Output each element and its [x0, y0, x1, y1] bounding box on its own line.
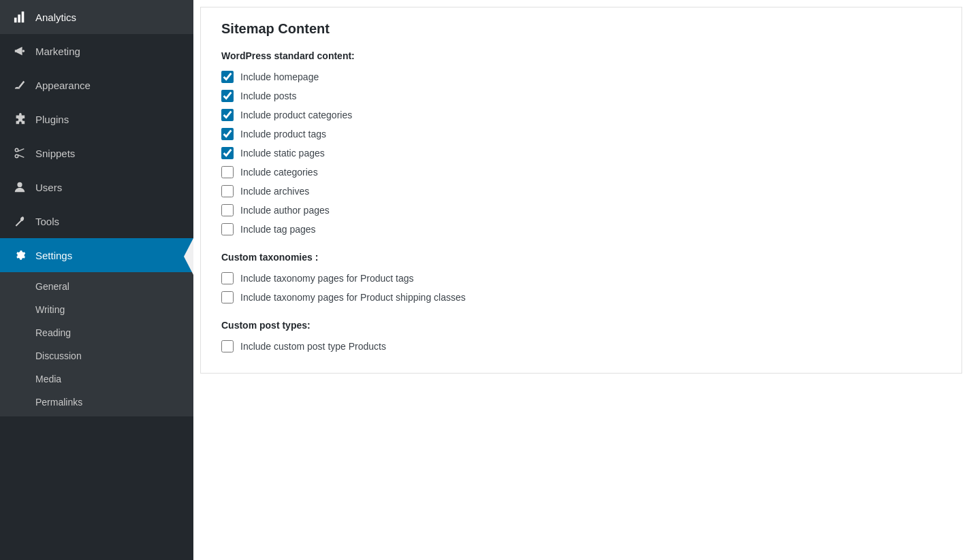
- custom-post-types-heading: Custom post types:: [221, 320, 941, 331]
- checkbox-categories[interactable]: [221, 166, 234, 178]
- sidebar-label-marketing: Marketing: [35, 46, 80, 57]
- person-icon: [12, 180, 27, 195]
- brush-icon: [12, 78, 27, 93]
- checkbox-row-product-tags: Include product tags: [221, 128, 941, 140]
- sidebar-label-snippets: Snippets: [35, 148, 75, 159]
- sidebar-item-analytics[interactable]: Analytics: [0, 0, 193, 34]
- bar-chart-icon: [12, 10, 27, 24]
- checkbox-row-homepage: Include homepage: [221, 71, 941, 83]
- checkbox-static-pages[interactable]: [221, 147, 234, 159]
- checkbox-custom-products[interactable]: [221, 340, 234, 352]
- main-content: Sitemap Content WordPress standard conte…: [193, 0, 969, 560]
- checkbox-taxonomy-shipping[interactable]: [221, 291, 234, 303]
- svg-rect-0: [14, 18, 17, 22]
- label-product-categories[interactable]: Include product categories: [240, 110, 352, 120]
- label-archives[interactable]: Include archives: [240, 186, 309, 197]
- checkbox-row-archives: Include archives: [221, 185, 941, 197]
- label-custom-products[interactable]: Include custom post type Products: [240, 341, 386, 352]
- sidebar-item-tools[interactable]: Tools: [0, 204, 193, 238]
- wordpress-standard-heading: WordPress standard content:: [221, 50, 941, 61]
- custom-taxonomies-heading: Custom taxonomies :: [221, 252, 941, 263]
- megaphone-icon: [12, 44, 27, 59]
- checkbox-product-tags[interactable]: [221, 128, 234, 140]
- sidebar-item-appearance[interactable]: Appearance: [0, 68, 193, 102]
- checkbox-row-product-categories: Include product categories: [221, 109, 941, 121]
- sidebar-label-settings: Settings: [35, 250, 72, 261]
- sidebar-item-snippets[interactable]: Snippets: [0, 136, 193, 170]
- label-tag-pages[interactable]: Include tag pages: [240, 224, 316, 235]
- svg-point-3: [22, 50, 25, 52]
- custom-taxonomies-section: Custom taxonomies : Include taxonomy pag…: [221, 252, 941, 303]
- checkbox-row-custom-products: Include custom post type Products: [221, 340, 941, 352]
- sidebar-label-tools: Tools: [35, 216, 59, 227]
- sidebar-label-users: Users: [35, 182, 62, 193]
- checkbox-product-categories[interactable]: [221, 109, 234, 121]
- label-author-pages[interactable]: Include author pages: [240, 205, 330, 216]
- label-categories[interactable]: Include categories: [240, 167, 318, 178]
- label-taxonomy-shipping[interactable]: Include taxonomy pages for Product shipp…: [240, 292, 466, 303]
- sidebar-item-users[interactable]: Users: [0, 170, 193, 204]
- sidebar-label-analytics: Analytics: [35, 12, 76, 23]
- checkbox-author-pages[interactable]: [221, 204, 234, 216]
- page-title: Sitemap Content: [221, 21, 941, 37]
- submenu-item-reading[interactable]: Reading: [0, 321, 193, 344]
- sidebar-label-appearance: Appearance: [35, 80, 91, 91]
- svg-rect-2: [22, 12, 25, 22]
- label-homepage[interactable]: Include homepage: [240, 71, 319, 82]
- svg-line-7: [18, 155, 24, 158]
- checkbox-row-taxonomy-shipping: Include taxonomy pages for Product shipp…: [221, 291, 941, 303]
- checkbox-row-posts: Include posts: [221, 90, 941, 102]
- svg-point-5: [15, 154, 18, 158]
- checkbox-row-tag-pages: Include tag pages: [221, 223, 941, 235]
- scissors-icon: [12, 146, 27, 161]
- label-posts[interactable]: Include posts: [240, 90, 297, 101]
- checkbox-taxonomy-product-tags[interactable]: [221, 272, 234, 284]
- checkbox-row-static-pages: Include static pages: [221, 147, 941, 159]
- svg-line-6: [18, 149, 24, 152]
- svg-point-8: [17, 182, 22, 187]
- sidebar-item-plugins[interactable]: Plugins: [0, 102, 193, 136]
- sidebar-item-marketing[interactable]: Marketing: [0, 34, 193, 68]
- checkbox-homepage[interactable]: [221, 71, 234, 83]
- puzzle-icon: [12, 112, 27, 127]
- submenu-item-media[interactable]: Media: [0, 367, 193, 391]
- label-product-tags[interactable]: Include product tags: [240, 129, 326, 139]
- svg-rect-1: [18, 14, 20, 22]
- checkbox-row-taxonomy-product-tags: Include taxonomy pages for Product tags: [221, 272, 941, 284]
- sitemap-content-section: Sitemap Content WordPress standard conte…: [200, 7, 962, 374]
- sidebar: Analytics Marketing Appearance Plugins: [0, 0, 193, 560]
- label-taxonomy-product-tags[interactable]: Include taxonomy pages for Product tags: [240, 273, 413, 284]
- submenu-item-general[interactable]: General: [0, 275, 193, 298]
- wordpress-standard-section: WordPress standard content: Include home…: [221, 50, 941, 235]
- submenu-item-writing[interactable]: Writing: [0, 298, 193, 321]
- wrench-icon: [12, 214, 27, 229]
- sidebar-label-plugins: Plugins: [35, 114, 69, 125]
- checkbox-posts[interactable]: [221, 90, 234, 102]
- settings-icon: [12, 248, 27, 263]
- custom-post-types-section: Custom post types: Include custom post t…: [221, 320, 941, 352]
- submenu-item-permalinks[interactable]: Permalinks: [0, 391, 193, 414]
- svg-point-4: [15, 148, 18, 152]
- checkbox-row-categories: Include categories: [221, 166, 941, 178]
- submenu-item-discussion[interactable]: Discussion: [0, 344, 193, 367]
- sidebar-item-settings[interactable]: Settings: [0, 238, 193, 272]
- checkbox-archives[interactable]: [221, 185, 234, 197]
- label-static-pages[interactable]: Include static pages: [240, 148, 325, 159]
- checkbox-tag-pages[interactable]: [221, 223, 234, 235]
- checkbox-row-author-pages: Include author pages: [221, 204, 941, 216]
- settings-submenu: General Writing Reading Discussion Media…: [0, 272, 193, 416]
